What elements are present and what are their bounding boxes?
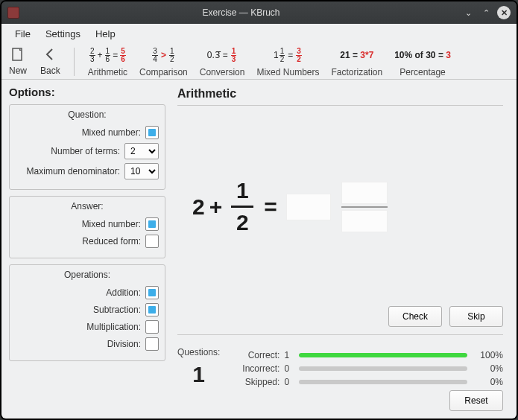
- tab-conversion-label: Conversion: [200, 67, 245, 77]
- expr-num: 1: [232, 178, 253, 203]
- back-label: Back: [40, 66, 60, 76]
- reduced-label: Reduced form:: [82, 236, 141, 246]
- ans-mixed-label: Mixed number:: [82, 219, 141, 229]
- ans-mixed-checkbox[interactable]: [145, 217, 159, 231]
- div-checkbox[interactable]: [145, 337, 159, 351]
- tab-mixed-label: Mixed Numbers: [256, 67, 319, 77]
- back-button[interactable]: Back: [40, 46, 60, 76]
- mul-checkbox[interactable]: [145, 320, 159, 334]
- expr-den: 2: [236, 210, 249, 235]
- tab-arithmetic-icon: 23 + 16 = 56: [89, 46, 127, 64]
- incorrect-row: Incorrect: 0 0%: [233, 363, 503, 374]
- tab-mixed-icon: 1 12 = 32: [274, 46, 303, 64]
- terms-select[interactable]: 2: [124, 143, 159, 159]
- correct-row: Correct: 1 100%: [233, 350, 503, 360]
- tab-percent-icon: 10% of 30 = 3: [394, 46, 451, 64]
- add-label: Addition:: [106, 287, 141, 298]
- correct-bar: [299, 353, 467, 357]
- question-group: Question: Mixed number: Number of terms:…: [9, 104, 165, 190]
- menu-help[interactable]: Help: [88, 26, 123, 42]
- questions-col: Questions: 1: [177, 347, 220, 387]
- menu-settings[interactable]: Settings: [38, 26, 88, 42]
- skipped-bar: [299, 380, 467, 384]
- mixed-number-checkbox[interactable]: [145, 126, 159, 139]
- tab-conversion[interactable]: 0.3̅ = 13 Conversion: [200, 46, 245, 77]
- answer-title: Answer:: [16, 201, 159, 211]
- window: Exercise — KBruch ⌄ ⌃ ✕ File Settings He…: [0, 0, 518, 420]
- exercise-area: 2 + 1 2 =: [177, 112, 503, 302]
- answer-fraction-line: [341, 206, 388, 208]
- questions-label: Questions:: [177, 347, 220, 357]
- toolbar: New Back 23 + 16 = 56 Arithmetic: [1, 43, 517, 80]
- denom-select[interactable]: 10: [124, 163, 159, 179]
- fraction-line: [231, 206, 253, 208]
- action-buttons: Check Skip: [177, 306, 503, 327]
- divider: [177, 105, 503, 106]
- back-icon: [42, 46, 58, 63]
- mul-label: Multiplication:: [86, 322, 141, 332]
- answer-fraction: [341, 180, 388, 234]
- tab-arithmetic-label: Arithmetic: [88, 67, 127, 77]
- maximize-button[interactable]: ⌃: [479, 6, 493, 19]
- question-title: Question:: [16, 109, 159, 120]
- add-checkbox[interactable]: [145, 286, 159, 299]
- reset-button[interactable]: Reset: [449, 390, 503, 411]
- menubar: File Settings Help: [1, 24, 517, 43]
- options-panel: Options: Question: Mixed number: Number …: [1, 80, 173, 419]
- tab-comparison[interactable]: 34 > 12 Comparison: [139, 46, 188, 77]
- answer-den-input[interactable]: [341, 210, 388, 232]
- close-button[interactable]: ✕: [497, 6, 511, 19]
- mixed-number-label: Mixed number:: [82, 127, 141, 138]
- incorrect-bar: [299, 366, 467, 371]
- skipped-row: Skipped: 0 0%: [233, 377, 503, 387]
- sub-checkbox[interactable]: [145, 303, 159, 316]
- tab-factor-icon: 21 = 3*7: [340, 46, 373, 64]
- tab-percentage[interactable]: 10% of 30 = 3 Percentage: [394, 46, 451, 77]
- answer-group: Answer: Mixed number: Reduced form:: [9, 196, 165, 258]
- denom-label: Maximum denominator:: [27, 166, 120, 176]
- tab-percent-label: Percentage: [399, 67, 445, 77]
- new-icon: [10, 46, 26, 63]
- correct-fill: [299, 353, 467, 357]
- new-label: New: [9, 66, 27, 76]
- check-button[interactable]: Check: [388, 306, 442, 327]
- expr-fraction: 1 2: [231, 178, 253, 235]
- divider-2: [177, 334, 503, 335]
- app-icon: [7, 7, 19, 19]
- body: Options: Question: Mixed number: Number …: [1, 80, 517, 419]
- window-title: Exercise — KBruch: [25, 7, 457, 18]
- skip-button[interactable]: Skip: [449, 306, 503, 327]
- sub-label: Subtraction:: [93, 305, 141, 315]
- operations-group: Operations: Addition: Subtraction: Multi…: [9, 264, 165, 361]
- toolbar-separator: [74, 48, 75, 76]
- stats-area: Questions: 1 Correct: 1 100% Incorrect: …: [177, 341, 503, 411]
- minimize-button[interactable]: ⌄: [461, 6, 475, 19]
- expr-whole: 2: [192, 194, 205, 220]
- content: File Settings Help New Back 23: [1, 24, 517, 419]
- tab-comparison-label: Comparison: [139, 67, 188, 77]
- ops-title: Operations:: [16, 270, 159, 280]
- expr-eq: =: [264, 194, 277, 220]
- new-button[interactable]: New: [9, 46, 27, 76]
- main-panel: Arithmetic 2 + 1 2 =: [173, 80, 517, 419]
- options-heading: Options:: [9, 86, 165, 98]
- stat-bars: Correct: 1 100% Incorrect: 0 0% Sk: [233, 347, 503, 411]
- questions-count: 1: [192, 362, 205, 387]
- menu-file[interactable]: File: [7, 26, 38, 42]
- titlebar[interactable]: Exercise — KBruch ⌄ ⌃ ✕: [1, 1, 517, 24]
- div-label: Division:: [107, 339, 141, 349]
- answer-num-input[interactable]: [341, 182, 388, 204]
- tab-factorization[interactable]: 21 = 3*7 Factorization: [331, 46, 382, 77]
- tab-mixed-numbers[interactable]: 1 12 = 32 Mixed Numbers: [256, 46, 319, 77]
- tab-comparison-icon: 34 > 12: [151, 46, 175, 64]
- tab-factor-label: Factorization: [331, 67, 382, 77]
- answer-whole-input[interactable]: [286, 194, 331, 220]
- expression: 2 + 1 2 =: [192, 178, 388, 235]
- exercise-heading: Arithmetic: [177, 87, 503, 101]
- expr-op: +: [209, 194, 223, 220]
- tab-conversion-icon: 0.3̅ = 13: [207, 46, 238, 64]
- reduced-checkbox[interactable]: [145, 235, 159, 248]
- tab-arithmetic[interactable]: 23 + 16 = 56 Arithmetic: [88, 46, 127, 77]
- terms-label: Number of terms:: [51, 146, 120, 156]
